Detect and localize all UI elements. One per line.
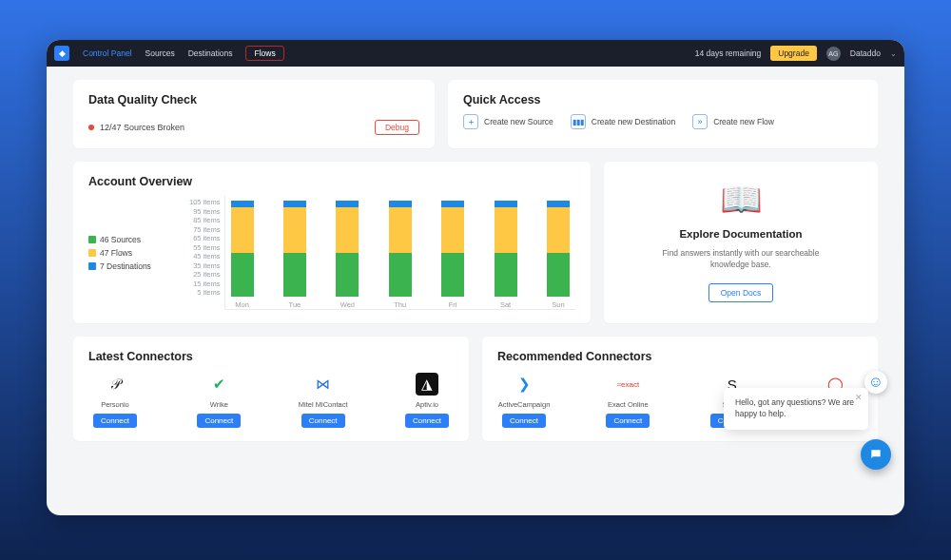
- account-overview-card: Account Overview 46 Sources 47 Flows 7 D…: [73, 162, 591, 323]
- connect-button[interactable]: Connect: [197, 414, 241, 428]
- connector-icon: ◮: [416, 373, 438, 396]
- plus-icon: ＋: [463, 114, 478, 129]
- bar-segment-destinations: [547, 201, 570, 207]
- x-tick: Mon: [235, 300, 249, 309]
- x-tick: Fri: [449, 300, 457, 309]
- bar-segment-flows: [389, 207, 412, 252]
- status-dot-icon: [88, 125, 94, 130]
- y-tick: 95 items: [193, 207, 220, 216]
- bar-segment-destinations: [495, 201, 517, 207]
- connector-icon: ✔: [207, 373, 230, 396]
- chat-fab[interactable]: [861, 439, 891, 470]
- bar-segment-destinations: [336, 201, 359, 207]
- docs-subtitle: Find answers instantly with our searchea…: [660, 247, 822, 271]
- bar-wed: Wed: [336, 196, 359, 309]
- connect-button[interactable]: Connect: [606, 414, 650, 428]
- help-message: Hello, got any questions? We are happy t…: [735, 397, 854, 418]
- connector-name: ActiveCampaign: [497, 400, 551, 409]
- y-tick: 55 items: [193, 243, 220, 252]
- connect-button[interactable]: Connect: [301, 414, 345, 428]
- latest-connectors-title: Latest Connectors: [88, 350, 454, 363]
- chat-icon: [869, 448, 883, 461]
- connector-personio: 𝒫PersonioConnect: [88, 373, 142, 428]
- help-bubble: ✕ Hello, got any questions? We are happy…: [724, 388, 868, 430]
- connector-name: Aptiv.io: [400, 400, 454, 409]
- bar-fri: Fri: [441, 196, 464, 309]
- create-source-label: Create new Source: [484, 117, 553, 126]
- x-tick: Wed: [340, 300, 355, 309]
- quick-access-title: Quick Access: [463, 93, 863, 106]
- create-destination-label: Create new Destination: [592, 117, 675, 126]
- recommended-connectors-title: Recommended Connectors: [497, 350, 863, 363]
- data-quality-title: Data Quality Check: [88, 93, 419, 106]
- bar-segment-sources: [336, 253, 359, 297]
- app-window: ◆ Control PanelSourcesDestinationsFlows …: [47, 40, 904, 515]
- legend-destinations: 7 Destinations: [100, 261, 151, 271]
- bar-mon: Mon: [231, 196, 254, 309]
- x-tick: Thu: [394, 300, 406, 309]
- connector-icon: 𝒫: [104, 373, 126, 396]
- connect-button[interactable]: Connect: [502, 414, 546, 428]
- chart-icon: ▮▮▮: [571, 114, 586, 129]
- legend-flows: 47 Flows: [100, 248, 132, 258]
- bar-segment-flows: [283, 207, 306, 252]
- y-tick: 85 items: [193, 216, 220, 224]
- data-quality-card: Data Quality Check 12/47 Sources Broken …: [73, 80, 435, 148]
- connector-icon: ❯: [513, 373, 535, 396]
- bar-segment-flows: [441, 207, 464, 252]
- dq-status: 12/47 Sources Broken: [88, 123, 184, 132]
- connector-name: Personio: [88, 400, 142, 409]
- create-flow-button[interactable]: » Create new Flow: [692, 114, 774, 129]
- connector-name: Exact Online: [601, 400, 654, 409]
- nav-control-panel[interactable]: Control Panel: [83, 48, 132, 58]
- y-tick: 35 items: [193, 261, 220, 270]
- nav: Control PanelSourcesDestinationsFlows: [83, 46, 284, 61]
- bar-segment-destinations: [231, 201, 254, 207]
- bar-segment-sources: [389, 253, 412, 297]
- connector-name: Wrike: [192, 400, 245, 409]
- connector-name: Mitel MiContact: [297, 400, 350, 409]
- connector-wrike: ✔WrikeConnect: [192, 373, 245, 428]
- overview-chart: 105 items95 items85 items75 items65 item…: [189, 196, 575, 310]
- bar-segment-sources: [231, 253, 254, 297]
- chart-bars: MonTueWedThuFriSatSun: [224, 196, 575, 310]
- create-source-button[interactable]: ＋ Create new Source: [463, 114, 553, 129]
- y-tick: 15 items: [193, 280, 220, 288]
- avatar[interactable]: AG: [826, 47, 841, 61]
- dq-status-text: 12/47 Sources Broken: [100, 123, 184, 132]
- chevron-down-icon[interactable]: ⌄: [890, 49, 897, 58]
- topbar: ◆ Control PanelSourcesDestinationsFlows …: [47, 40, 904, 67]
- connector-icon: ⋈: [312, 373, 335, 396]
- y-tick: 25 items: [193, 270, 220, 279]
- legend-sources: 46 Sources: [100, 235, 141, 244]
- bar-tue: Tue: [283, 196, 306, 309]
- bar-segment-sources: [547, 253, 570, 297]
- y-tick: 75 items: [193, 225, 220, 234]
- y-tick: 45 items: [193, 252, 220, 261]
- connect-button[interactable]: Connect: [93, 414, 137, 428]
- x-tick: Sun: [552, 300, 564, 309]
- y-tick: 105 items: [189, 198, 221, 206]
- flow-icon: »: [692, 114, 708, 129]
- nav-destinations[interactable]: Destinations: [188, 48, 233, 58]
- nav-sources[interactable]: Sources: [146, 48, 175, 58]
- docs-title: Explore Documentation: [679, 228, 802, 240]
- upgrade-button[interactable]: Upgrade: [770, 46, 817, 61]
- docs-card: 📖 Explore Documentation Find answers ins…: [604, 162, 878, 323]
- x-tick: Tue: [289, 300, 301, 309]
- connect-button[interactable]: Connect: [405, 414, 449, 428]
- book-icon: 📖: [720, 183, 763, 217]
- close-icon[interactable]: ✕: [855, 392, 863, 404]
- debug-button[interactable]: Debug: [375, 120, 419, 135]
- nav-flows[interactable]: Flows: [245, 46, 283, 61]
- create-flow-label: Create new Flow: [713, 117, 774, 126]
- bar-sat: Sat: [495, 196, 517, 309]
- bar-segment-destinations: [441, 201, 464, 207]
- trial-remaining: 14 days remaining: [695, 48, 761, 58]
- open-docs-button[interactable]: Open Docs: [708, 283, 774, 302]
- bar-segment-flows: [231, 207, 254, 252]
- create-destination-button[interactable]: ▮▮▮ Create new Destination: [571, 114, 675, 129]
- bar-segment-flows: [495, 207, 517, 252]
- logo-icon: ◆: [54, 46, 69, 61]
- y-tick: 65 items: [193, 234, 220, 242]
